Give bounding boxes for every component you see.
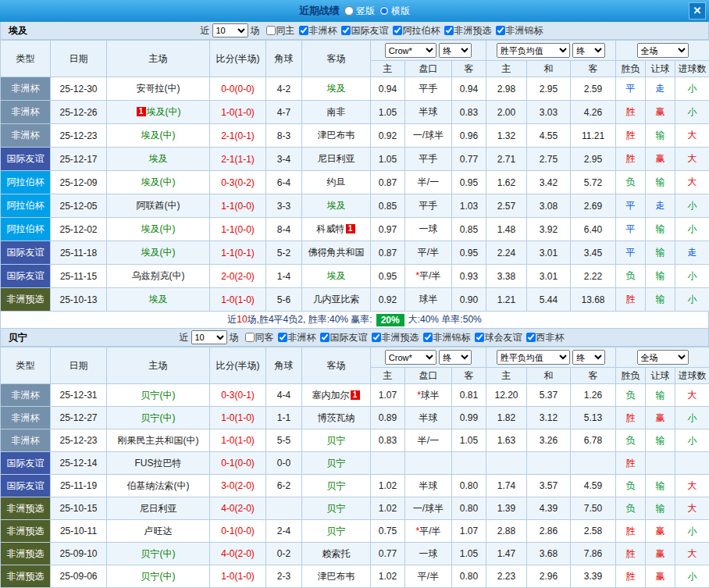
- checkbox-国际友谊[interactable]: [320, 333, 330, 342]
- filter-label: 国际友谊: [351, 24, 389, 37]
- euro-draw-odds: 4.55: [527, 124, 571, 148]
- filter-非洲锦标[interactable]: 非洲锦标: [496, 24, 543, 37]
- checkbox-国际友谊[interactable]: [341, 26, 351, 35]
- team-label: 埃及: [327, 200, 346, 211]
- checkbox-球会友谊[interactable]: [475, 333, 484, 342]
- team-label: 贝宁(中): [141, 412, 176, 423]
- filter-阿拉伯杯[interactable]: 阿拉伯杯: [393, 24, 440, 37]
- euro-away-odds: 3.39: [571, 565, 616, 588]
- euro-draw-odds: 4.39: [527, 497, 571, 520]
- filter-label: 阿拉伯杯: [403, 24, 440, 37]
- match-date: 25-10-15: [51, 497, 107, 520]
- filter-非洲锦标[interactable]: 非洲锦标: [423, 331, 471, 344]
- filter-国际友谊[interactable]: 国际友谊: [320, 331, 368, 344]
- close-button[interactable]: ✕: [689, 2, 706, 20]
- euro-away-odds: 4.59: [571, 475, 616, 497]
- horizontal-layout-option[interactable]: 横版: [379, 5, 410, 18]
- checkbox-阿拉伯杯[interactable]: [393, 26, 402, 35]
- filter-同客[interactable]: 同客: [245, 331, 274, 344]
- section-header: 贝宁 近 10 场 同客非洲杯国际友谊非洲预选非洲锦标球会友谊西非杯: [0, 329, 709, 347]
- team-label: 埃及(中): [141, 176, 176, 187]
- team-label: 乌兹别克(中): [132, 270, 185, 281]
- asian-home-odds: [371, 452, 405, 475]
- match-date: 25-12-26: [51, 101, 107, 124]
- corner-score: 0-0: [266, 452, 302, 475]
- home-team-cell: 埃及(中): [107, 241, 210, 265]
- filter-同主[interactable]: 同主: [266, 24, 295, 37]
- filter-非洲杯[interactable]: 非洲杯: [299, 24, 337, 37]
- filter-球会友谊[interactable]: 球会友谊: [475, 331, 522, 344]
- corner-score: 4-7: [266, 101, 302, 124]
- match-count-select[interactable]: 10: [212, 23, 248, 37]
- checkbox-非洲预选[interactable]: [372, 333, 381, 342]
- result-goals: 大: [675, 497, 709, 520]
- bookmaker-select[interactable]: Crow*: [385, 43, 436, 58]
- match-count-select[interactable]: 10: [191, 330, 227, 344]
- team-label: 博茨瓦纳: [318, 412, 355, 423]
- result-win-draw-loss: 平: [616, 194, 646, 218]
- match-date: 25-11-18: [51, 241, 107, 265]
- home-team-cell: 埃及(中): [107, 218, 210, 241]
- filter-非洲预选[interactable]: 非洲预选: [372, 331, 419, 344]
- match-date: 25-12-30: [51, 77, 107, 101]
- horizontal-label: 横版: [391, 5, 410, 18]
- bookmaker-select[interactable]: Crow*: [385, 350, 436, 365]
- handicap-line: *球半: [405, 384, 452, 407]
- result-goals: 大: [675, 124, 709, 148]
- away-team-cell: 约旦: [302, 171, 371, 194]
- checkbox-非洲预选[interactable]: [444, 26, 454, 35]
- col-home: 主场: [107, 347, 210, 384]
- scope-select[interactable]: 全场: [637, 43, 689, 58]
- euro-away-odds: 6.78: [571, 429, 616, 452]
- vertical-radio[interactable]: [344, 6, 354, 16]
- checkbox-非洲杯[interactable]: [299, 26, 308, 35]
- filter-非洲预选[interactable]: 非洲预选: [444, 24, 492, 37]
- result-handicap: 输: [646, 384, 675, 407]
- team-title: 埃及: [1, 24, 35, 37]
- asian-away-odds: 1.07: [452, 520, 486, 543]
- asian-period-select[interactable]: 终: [439, 43, 472, 58]
- euro-average-select[interactable]: 胜平负均值: [497, 43, 570, 58]
- filter-西非杯[interactable]: 西非杯: [526, 331, 565, 344]
- euro-average-select[interactable]: 胜平负均值: [497, 350, 570, 365]
- filter-国际友谊[interactable]: 国际友谊: [341, 24, 389, 37]
- euro-period-select[interactable]: 终: [572, 43, 605, 58]
- match-date: 25-12-05: [51, 194, 107, 218]
- competition-badge: 非洲预选: [1, 543, 51, 565]
- match-score: 1-1(0-0): [210, 194, 266, 218]
- competition-badge: 非洲杯: [1, 124, 51, 148]
- euro-away-odds: 1.26: [571, 384, 616, 407]
- filter-bar: 近 10 场 同主非洲杯国际友谊阿拉伯杯非洲预选非洲锦标: [35, 23, 708, 37]
- match-row: 国际友谊25-12-14FUS拉巴特0-1(0-0)0-0贝宁胜: [1, 452, 709, 475]
- scope-select[interactable]: 全场: [637, 350, 689, 365]
- checkbox-非洲锦标[interactable]: [496, 26, 505, 35]
- filter-非洲杯[interactable]: 非洲杯: [278, 331, 316, 344]
- away-team-cell: 贝宁: [302, 520, 371, 543]
- horizontal-radio[interactable]: [379, 6, 389, 16]
- vertical-layout-option[interactable]: 竖版: [344, 5, 375, 18]
- col-type: 类型: [1, 347, 51, 384]
- asian-period-select[interactable]: 终: [439, 350, 472, 365]
- asian-home-odds: 0.92: [371, 124, 405, 148]
- titlebar: 近期战绩 竖版 横版 ✕: [0, 0, 709, 22]
- result-win-draw-loss: 胜: [616, 148, 646, 171]
- away-team-cell: 津巴布韦: [302, 565, 371, 588]
- euro-period-select[interactable]: 终: [572, 350, 605, 365]
- asian-away-odds: 0.83: [452, 101, 486, 124]
- match-row: 非洲杯25-12-23埃及(中)2-1(0-1)8-3津巴布韦0.92一/球半0…: [1, 124, 709, 148]
- team-label: 埃及: [149, 294, 168, 305]
- col-date: 日期: [51, 41, 107, 77]
- checkbox-同客[interactable]: [245, 333, 255, 342]
- asian-home-odds: 1.05: [371, 101, 405, 124]
- checkbox-同主[interactable]: [266, 26, 276, 35]
- team-label: 埃及(中): [141, 223, 176, 234]
- checkbox-非洲锦标[interactable]: [423, 333, 433, 342]
- away-team-cell: 南非: [302, 101, 371, 124]
- match-date: 25-10-13: [51, 288, 107, 312]
- euro-home-odds: 1.74: [486, 475, 527, 497]
- filter-label: 非洲杯: [288, 331, 316, 344]
- checkbox-非洲杯[interactable]: [278, 333, 287, 342]
- handicap-line: 半球: [405, 101, 452, 124]
- checkbox-西非杯[interactable]: [526, 333, 536, 342]
- asian-odds-header: Crow* 终: [371, 347, 486, 368]
